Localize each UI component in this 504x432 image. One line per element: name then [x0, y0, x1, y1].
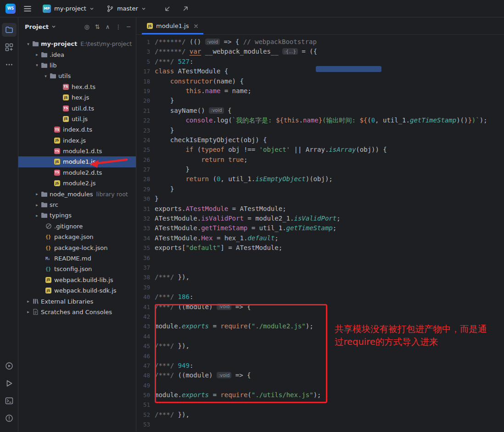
project-icon[interactable]	[2, 23, 17, 37]
line-number[interactable]: 50	[136, 390, 150, 400]
code-line-36[interactable]: 36	[136, 253, 504, 263]
code-line-39[interactable]: 39	[136, 282, 504, 292]
chevron-right-icon[interactable]: ▸	[24, 310, 32, 314]
code-line-47[interactable]: 47/***/ 949:	[136, 361, 504, 371]
code-line-34[interactable]: 34ATestModule.Hex = hex_1.default;	[136, 233, 504, 243]
line-number[interactable]: 53	[136, 420, 150, 429]
line-number[interactable]: 39	[136, 282, 150, 292]
main-menu-icon[interactable]	[22, 3, 34, 15]
code-line-48[interactable]: 48/***/ ((module) :void => {	[136, 371, 504, 380]
tree-item-hex-d-ts[interactable]: TShex.d.ts	[18, 82, 136, 92]
tree-item-index-d-ts[interactable]: TSindex.d.ts	[18, 124, 136, 135]
type-hint-inlay[interactable]: :void	[209, 107, 224, 114]
type-hint-inlay[interactable]: :void	[217, 372, 232, 378]
code-line-22[interactable]: 22 console.log(`我的名字是: ${this.name}(输出时间…	[136, 116, 504, 125]
line-number[interactable]: 26	[136, 155, 150, 165]
tab-module1-js[interactable]: JS module1.js	[142, 17, 203, 34]
problems-icon[interactable]	[2, 411, 17, 425]
line-number[interactable]: 41	[136, 302, 150, 312]
type-hint-inlay[interactable]: :void	[217, 304, 232, 310]
line-number[interactable]: 22	[136, 116, 150, 125]
code-line-30[interactable]: 30}	[136, 194, 504, 204]
line-number[interactable]: 43	[136, 321, 150, 331]
arrow-down-left-icon[interactable]	[162, 3, 174, 15]
code-line-49[interactable]: 49	[136, 381, 504, 390]
expand-all-icon[interactable]: ⇅	[95, 24, 100, 30]
code-line-45[interactable]: 45/***/ }),	[136, 341, 504, 351]
chevron-right-icon[interactable]: ▸	[33, 192, 41, 196]
chevron-right-icon[interactable]: ▸	[33, 52, 41, 57]
line-number[interactable]: 20	[136, 96, 150, 105]
chevron-down-icon[interactable]	[51, 24, 56, 29]
chevron-right-icon[interactable]: ▸	[24, 299, 32, 304]
tree-item-gitignore[interactable]: .gitignore	[18, 221, 136, 232]
line-number[interactable]: 31	[136, 204, 150, 214]
tree-item-util-js[interactable]: JSutil.js	[18, 114, 136, 124]
folded-code-highlight[interactable]	[316, 66, 381, 72]
tree-item-my-project[interactable]: ▾my-projectE:\test\my-project	[18, 39, 136, 49]
code-line-53[interactable]: 53	[136, 420, 504, 429]
chevron-down-icon[interactable]: ▾	[42, 74, 50, 78]
editor-code-area[interactable]: 1/******/ (() :void => { // webpackBoots…	[136, 35, 504, 432]
line-number[interactable]: 51	[136, 400, 150, 410]
code-line-31[interactable]: 31exports.ATestModule = ATestModule;	[136, 204, 504, 214]
line-number[interactable]: 23	[136, 126, 150, 135]
tree-item-package-lock-json[interactable]: {}package-lock.json	[18, 242, 136, 253]
code-line-28[interactable]: 28 return (0, util_1.isEmptyObject)(obj)…	[136, 174, 504, 184]
code-line-20[interactable]: 20 }	[136, 96, 504, 105]
vcs-branch-widget[interactable]: master	[103, 3, 149, 14]
code-line-50[interactable]: 50module.exports = require("./utils/hex.…	[136, 390, 504, 400]
line-number[interactable]: 35	[136, 243, 150, 253]
tree-item-index-js[interactable]: JSindex.js	[18, 135, 136, 146]
tree-item-webpack-build-lib-js[interactable]: JSwebpack.build-lib.js	[18, 275, 136, 285]
code-line-51[interactable]: 51	[136, 400, 504, 410]
code-line-38[interactable]: 38/***/ }),	[136, 272, 504, 282]
tree-item-module2-d-ts[interactable]: TSmodule2.d.ts	[18, 167, 136, 178]
project-widget[interactable]: MP my-project	[39, 3, 97, 15]
code-line-27[interactable]: 27 }	[136, 165, 504, 174]
line-number[interactable]: 18	[136, 77, 150, 86]
line-number[interactable]: 47	[136, 361, 150, 371]
tree-item-node-modules[interactable]: ▸node_moduleslibrary root	[18, 188, 136, 199]
code-line-5[interactable]: 5/***/ 527:	[136, 57, 504, 66]
line-number[interactable]: 42	[136, 312, 150, 321]
line-number[interactable]: 19	[136, 86, 150, 96]
code-line-52[interactable]: 52/***/ }),	[136, 410, 504, 420]
line-number[interactable]: 45	[136, 341, 150, 351]
code-line-29[interactable]: 29 }	[136, 184, 504, 194]
line-number[interactable]: 44	[136, 332, 150, 341]
tree-item-src[interactable]: ▸src	[18, 199, 136, 210]
tree-item-typings[interactable]: ▸typings	[18, 210, 136, 221]
tree-item-package-json[interactable]: {}package.json	[18, 232, 136, 242]
tree-item-scratches-and-consoles[interactable]: ▸Scratches and Consoles	[18, 307, 136, 317]
line-number[interactable]: 52	[136, 410, 150, 420]
line-number[interactable]: 33	[136, 223, 150, 233]
chevron-down-icon[interactable]: ▾	[24, 42, 32, 46]
tree-item-module1-js[interactable]: JSmodule1.js	[18, 156, 136, 167]
arrow-up-right-icon[interactable]	[179, 3, 191, 15]
line-number[interactable]: 37	[136, 263, 150, 272]
line-number[interactable]: 5	[136, 57, 150, 66]
code-line-26[interactable]: 26 return true;	[136, 155, 504, 165]
webstorm-logo-icon[interactable]: WS	[6, 4, 16, 14]
options-icon[interactable]: ⋮	[115, 24, 121, 30]
line-number[interactable]: 3	[136, 47, 150, 56]
hide-icon[interactable]: ─	[127, 24, 130, 30]
tree-item-hex-js[interactable]: JShex.js	[18, 92, 136, 103]
code-line-42[interactable]: 42	[136, 312, 504, 321]
code-line-37[interactable]: 37	[136, 263, 504, 272]
collapse-all-icon[interactable]: ∧	[106, 24, 110, 30]
code-line-33[interactable]: 33ATestModule.getTimeStamp = util_1.getT…	[136, 223, 504, 233]
line-number[interactable]: 17	[136, 66, 150, 76]
line-number[interactable]: 28	[136, 174, 150, 184]
tree-item-external-libraries[interactable]: ▸External Libraries	[18, 296, 136, 306]
tree-item-utils[interactable]: ▾utils	[18, 71, 136, 81]
chevron-down-icon[interactable]: ▾	[33, 63, 41, 67]
code-line-40[interactable]: 40/***/ 186:	[136, 292, 504, 302]
chevron-right-icon[interactable]: ▸	[33, 203, 41, 207]
close-icon[interactable]	[194, 24, 198, 28]
code-line-3[interactable]: 3/******/ var __webpack_modules__ :{...}…	[136, 47, 504, 56]
type-hint-inlay[interactable]: :{...}	[282, 48, 298, 55]
line-number[interactable]: 36	[136, 253, 150, 263]
code-line-44[interactable]: 44	[136, 332, 504, 341]
